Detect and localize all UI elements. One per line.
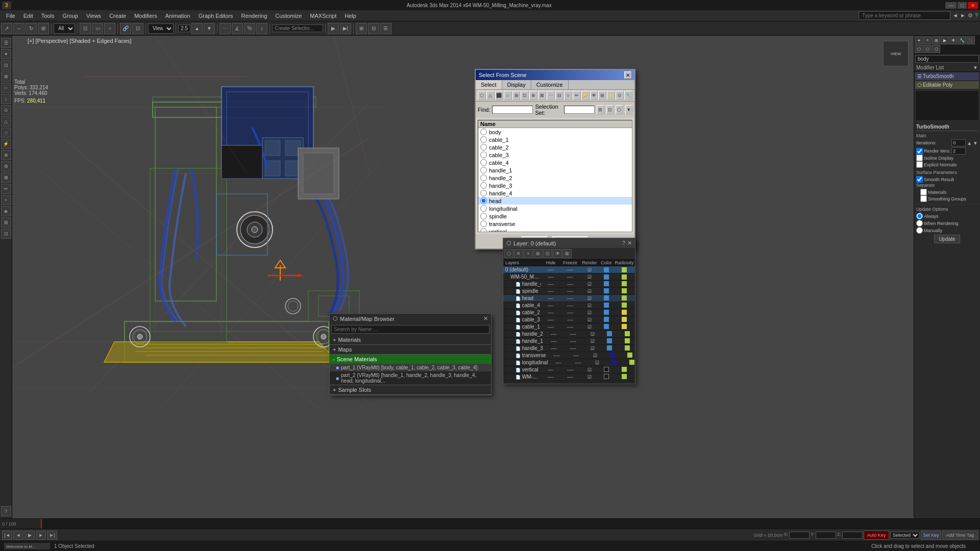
lt-btn-9[interactable]: ☆ (1, 128, 11, 138)
sd-icon-7[interactable]: ⊕ (529, 91, 537, 100)
close-button[interactable]: ✕ (968, 2, 978, 9)
select-item-head[interactable]: head (478, 197, 632, 205)
select-radio-cable3[interactable] (480, 152, 487, 158)
help-icon[interactable]: ? (975, 12, 978, 19)
select-radio-head[interactable] (480, 197, 487, 204)
sd-icon-11[interactable]: ☆ (564, 91, 572, 100)
render-iters-checkbox[interactable] (916, 148, 923, 155)
sd-find-icon-2[interactable]: ⊡ (606, 105, 614, 114)
sd-icon-8[interactable]: ⊠ (538, 91, 546, 100)
pt-extra3[interactable]: ⬡ (923, 45, 932, 53)
lt-btn-4[interactable]: ⊞ (1, 71, 11, 82)
z-input[interactable] (842, 532, 863, 539)
lt-btn-3[interactable]: ⊡ (1, 60, 11, 70)
select-item-spindle[interactable]: spindle (478, 212, 632, 220)
sd-icon-1[interactable]: ⬡ (478, 91, 486, 100)
iter-spinner-down[interactable]: ▼ (973, 140, 978, 146)
menu-tools[interactable]: Tools (37, 12, 59, 20)
ld-btn-add[interactable]: + (524, 249, 533, 258)
select-item-handle1[interactable]: handle_1 (478, 166, 632, 174)
timeline-track[interactable] (41, 519, 980, 529)
select-tool[interactable]: ↗ (1, 23, 12, 34)
sd-icon-12[interactable]: ✏ (573, 91, 581, 100)
select-item-cable3[interactable]: cable_3 (478, 151, 632, 159)
select-item-vertical[interactable]: vertical (478, 228, 632, 232)
pt-display[interactable]: 👁 (949, 36, 958, 44)
layer-dialog-close[interactable]: ✕ (627, 240, 632, 246)
mb-scene-mat-header[interactable]: - Scene Materials (330, 355, 491, 364)
select-radio-cable2[interactable] (480, 144, 487, 151)
x-input[interactable] (789, 532, 810, 539)
align-tool[interactable]: ⊟ (368, 23, 379, 34)
sd-icon-3[interactable]: ⬛ (495, 91, 503, 100)
select-radio-handle2[interactable] (480, 174, 487, 181)
sd-icon-2[interactable]: △ (486, 91, 495, 100)
sd-find-icon-4[interactable]: ▼ (625, 105, 632, 114)
layer-item-longitudinal[interactable]: 📄 longitudinal ---- ---- ☑ (503, 359, 635, 366)
select-item-transverse[interactable]: transverse (478, 220, 632, 228)
select-radio-handle1[interactable] (480, 167, 487, 173)
rotate-tool[interactable]: ↻ (26, 23, 37, 34)
layer-item-handle3[interactable]: 📄 handle_3 ---- ---- ☑ (503, 345, 635, 352)
nav-forward-icon[interactable]: ► (960, 12, 966, 19)
select-radio-body[interactable] (480, 129, 487, 135)
render-iters-input[interactable] (951, 147, 966, 155)
find-input[interactable] (492, 106, 533, 114)
menu-maxscript[interactable]: MAXScript (306, 12, 340, 20)
selection-dropdown[interactable]: Selected (890, 532, 920, 539)
move-tool[interactable]: ↔ (13, 23, 24, 34)
sd-icon-17[interactable]: ⊙ (616, 91, 624, 100)
menu-help[interactable]: Help (340, 12, 360, 20)
manually-radio[interactable] (916, 227, 923, 234)
select-radio-cable1[interactable] (480, 136, 487, 143)
lt-btn-12[interactable]: ⚙ (1, 161, 11, 171)
layer-item-cable1[interactable]: 📄 cable_1 ---- ---- ☑ (503, 323, 635, 331)
layer-item-vertical[interactable]: 📄 vertical ---- ---- ☑ (503, 366, 635, 373)
sd-icon-4[interactable]: ○ (504, 91, 512, 100)
sd-find-icon-1[interactable]: ⊞ (597, 105, 604, 114)
isoline-checkbox[interactable] (916, 155, 923, 161)
ld-btn-delete[interactable]: ✕ (514, 249, 523, 258)
lt-btn-10[interactable]: ⚡ (1, 139, 11, 149)
select-radio-vertical[interactable] (480, 228, 487, 232)
menu-file[interactable]: File (2, 12, 19, 20)
pt-extra1[interactable]: ⬛ (967, 36, 975, 44)
select-item-cable4[interactable]: cable_4 (478, 159, 632, 166)
bb-next2[interactable]: ► (36, 531, 46, 540)
next-frame-btn[interactable]: ▶| (340, 23, 351, 34)
menu-modifiers[interactable]: Modifiers (130, 12, 161, 20)
sd-icon-9[interactable]: ⋯ (547, 91, 555, 100)
select-item-cable2[interactable]: cable_2 (478, 143, 632, 151)
spinner-snap[interactable]: ↕ (256, 23, 267, 34)
view-dropdown[interactable]: View (148, 23, 174, 34)
sd-icon-16[interactable]: ⚡ (607, 91, 615, 100)
materials-checkbox[interactable] (920, 189, 927, 195)
layer-item-handle4[interactable]: 📄 handle_4 ---- ---- ☑ (503, 281, 635, 288)
lt-btn-14[interactable]: ✏ (1, 184, 11, 194)
lt-btn-11[interactable]: ⊕ (1, 150, 11, 160)
turbosmooth-modifier[interactable]: ☰ TurboSmooth (915, 72, 979, 80)
mb-maps-header[interactable]: + Maps (330, 345, 491, 354)
angle-snap[interactable]: ∡ (232, 23, 243, 34)
spinner-up[interactable]: ▲ (191, 23, 203, 34)
mb-close-btn[interactable]: ✕ (483, 315, 488, 322)
ld-btn-6[interactable]: 👁 (553, 249, 562, 258)
mb-search-input[interactable] (331, 325, 489, 334)
mb-materials-header[interactable]: + Materials (330, 335, 491, 344)
menu-edit[interactable]: Edit (19, 12, 37, 20)
layer-item-handle2[interactable]: 📄 handle_2 ---- ---- ☑ (503, 331, 635, 338)
bb-prev2[interactable]: ◄ (13, 531, 23, 540)
selection-set-input[interactable] (564, 106, 595, 114)
update-button[interactable]: Update (934, 235, 960, 243)
pt-create[interactable]: ✦ (915, 36, 923, 44)
select-radio-cable4[interactable] (480, 159, 487, 166)
lt-btn-17[interactable]: ⊞ (1, 217, 11, 228)
menu-customize[interactable]: Customize (271, 12, 306, 20)
sd-icon-15[interactable]: ⊞ (598, 91, 606, 100)
layer-dialog-help[interactable]: ? (622, 240, 625, 246)
explicit-checkbox[interactable] (916, 161, 923, 168)
ld-btn-7[interactable]: ⊠ (562, 249, 572, 258)
select-tab-select[interactable]: Select (476, 80, 502, 89)
layer-item-cable4[interactable]: 📄 cable_4 ---- ---- ☑ (503, 302, 635, 309)
pt-utilities[interactable]: 🔧 (958, 36, 966, 44)
